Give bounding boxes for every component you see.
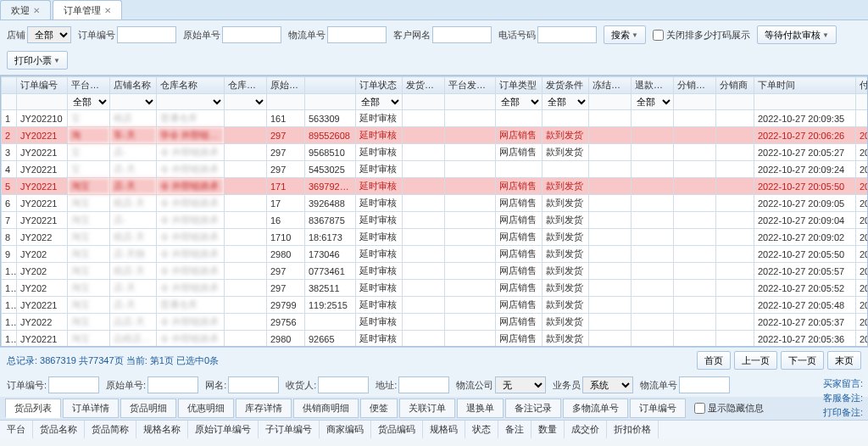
chevron-down-icon: ▼ — [632, 31, 638, 39]
chevron-down-icon: ▼ — [822, 31, 829, 39]
table-row[interactable]: 2JY20221淘车-天学令 外部链路承29789552608延时审核网店销售款… — [2, 127, 869, 144]
col-order-status[interactable]: 订单状态 — [356, 77, 403, 94]
next-page-button[interactable]: 下一页 — [781, 351, 824, 370]
close-icon[interactable]: ✕ — [104, 6, 111, 15]
wait-pay-audit-button[interactable]: 等待付款审核▼ — [757, 25, 837, 44]
tab-order-mgmt[interactable]: 订单管理✕ — [53, 0, 122, 20]
table-row[interactable]: 5JY20221淘宝店-天令 外部链路承171369792393延时审核网店销售… — [2, 178, 869, 195]
col-ship-cond[interactable]: 发货条件 — [542, 77, 589, 94]
btab-supply-detail[interactable]: 供销商明细 — [293, 399, 359, 418]
first-page-button[interactable]: 首页 — [697, 351, 731, 370]
btab-order-no[interactable]: 订单编号 — [630, 399, 686, 418]
filter-row: 全部 全部 全部 全部 全部 — [2, 94, 869, 110]
col-platform-type[interactable]: 平台类型 — [68, 77, 110, 94]
table-row[interactable]: 14JY20221淘宝品税店-天令 外部链路承298092665延时审核网店销售… — [2, 331, 869, 348]
col-refund-status[interactable]: 退款状态 — [632, 77, 674, 94]
phone-input[interactable] — [537, 26, 597, 43]
order-grid[interactable]: 订单编号 平台类型 店铺名称 仓库名称 仓库类型 原始单号 订单状态 发货状态 … — [0, 75, 868, 347]
table-row[interactable]: 7JY20221淘宝店-令 外部链路承168367875延时审核网店销售款到发货… — [2, 212, 869, 229]
col-freeze-reason[interactable]: 冻结原因 — [589, 77, 632, 94]
side-labels: 买家留言: 客服备注: 打印备注: — [823, 377, 863, 421]
bf-name[interactable] — [228, 376, 279, 393]
col-distributor[interactable]: 分销商 — [716, 77, 754, 94]
search-button[interactable]: 搜索▼ — [604, 25, 646, 44]
original-no-input[interactable] — [222, 26, 281, 43]
logistics-no-input[interactable] — [327, 26, 387, 43]
col-dist-type[interactable]: 分销类别 — [674, 77, 716, 94]
col-shop-name[interactable]: 店铺名称 — [110, 77, 157, 94]
pager-info: 总记录: 3867319 共77347页 当前: 第1页 已选中0条 — [7, 354, 219, 367]
table-row[interactable]: 12JY20221淘宝店-天普通仓库29799119:2515延时审核网店销售款… — [2, 297, 869, 314]
bf-logistics-no[interactable] — [679, 376, 730, 393]
customer-name-input[interactable] — [432, 26, 492, 43]
table-row[interactable]: 1JY202210宝税店普通仓库161563309延时审核2022-10-27 … — [2, 110, 869, 127]
order-no-input[interactable] — [117, 26, 176, 43]
table-row[interactable]: 9JY202淘宝店-天猫令 外部链路承2980173046延时审核网店销售款到发… — [2, 246, 869, 263]
btab-remark[interactable]: 备注记录 — [505, 399, 561, 418]
col-platform-ship[interactable]: 平台发货状态 — [445, 77, 496, 94]
prev-page-button[interactable]: 上一页 — [734, 351, 777, 370]
bf-logistics-co[interactable]: 无 — [495, 376, 546, 393]
table-row[interactable]: 8JY2022淘宝税店-天令 外部链路承171018:6173延时审核网店销售款… — [2, 229, 869, 246]
col-warehouse-type[interactable]: 仓库类型 — [225, 77, 267, 94]
table-row[interactable]: 13JY2022淘宝品店-天令 外部链路承29756延时审核网店销售款到发货20… — [2, 314, 869, 331]
bf-order-no[interactable] — [48, 376, 99, 393]
tab-welcome[interactable]: 欢迎✕ — [0, 0, 51, 20]
table-row[interactable]: 4JY20221宝店-天令 外部链路承2975453025延时审核2022-10… — [2, 161, 869, 178]
btab-multi-logistics[interactable]: 多物流单号 — [563, 399, 628, 418]
header-row: 订单编号 平台类型 店铺名称 仓库名称 仓库类型 原始单号 订单状态 发货状态 … — [2, 77, 869, 94]
btab-promo-detail[interactable]: 优惠明细 — [178, 399, 234, 418]
col-ship-status[interactable]: 发货状态 — [403, 77, 445, 94]
table-row[interactable]: 3JY20221宝店-令 外部链路承2979568510延时审核网店销售款到发货… — [2, 144, 869, 161]
btab-order-detail[interactable]: 订单详情 — [63, 399, 119, 418]
col-pay-time[interactable]: 付款时间 — [856, 77, 869, 94]
last-page-button[interactable]: 末页 — [827, 351, 861, 370]
col-order-no[interactable]: 订单编号 — [17, 77, 68, 94]
table-row[interactable]: 6JY20221淘宝税店-天令 外部链路承173926488延时审核网店销售款到… — [2, 195, 869, 212]
table-row[interactable]: 11JY202淘宝店-天令 外部链路承297382511延时审核网店销售款到发货… — [2, 280, 869, 297]
close-icon[interactable]: ✕ — [33, 6, 40, 15]
col-order-time[interactable]: 下单时间 — [754, 77, 856, 94]
bf-receiver[interactable] — [318, 376, 369, 393]
btab-split-detail[interactable]: 货品明细 — [120, 399, 176, 418]
print-batch-button[interactable]: 打印小票▼ — [7, 51, 68, 70]
btab-goods-list[interactable]: 货品列表 — [5, 399, 61, 418]
btab-related-orders[interactable]: 关联订单 — [399, 399, 455, 418]
close-multi-scan-checkbox[interactable] — [653, 30, 664, 41]
shop-select[interactable]: 全部 — [27, 26, 71, 43]
btab-return-orders[interactable]: 退换单 — [457, 399, 504, 418]
bottom-columns: 平台 货品名称 货品简称 规格名称 原始订单编号 子订单编号 商家编码 货品编码… — [0, 420, 868, 438]
col-order-type[interactable]: 订单类型 — [496, 77, 542, 94]
chevron-down-icon: ▼ — [53, 57, 60, 64]
col-warehouse[interactable]: 仓库名称 — [157, 77, 225, 94]
btab-note[interactable]: 便签 — [360, 399, 398, 418]
bf-address[interactable] — [398, 376, 449, 393]
btab-stock-detail[interactable]: 库存详情 — [236, 399, 292, 418]
col-original-no[interactable]: 原始单号 — [267, 77, 305, 94]
bf-original-no[interactable] — [147, 376, 198, 393]
show-hidden-checkbox[interactable] — [694, 403, 705, 414]
table-row[interactable]: 10JY202淘宝税店-天令 外部链路承2970773461延时审核网店销售款到… — [2, 263, 869, 280]
bf-sales-person[interactable]: 系统 — [582, 376, 633, 393]
